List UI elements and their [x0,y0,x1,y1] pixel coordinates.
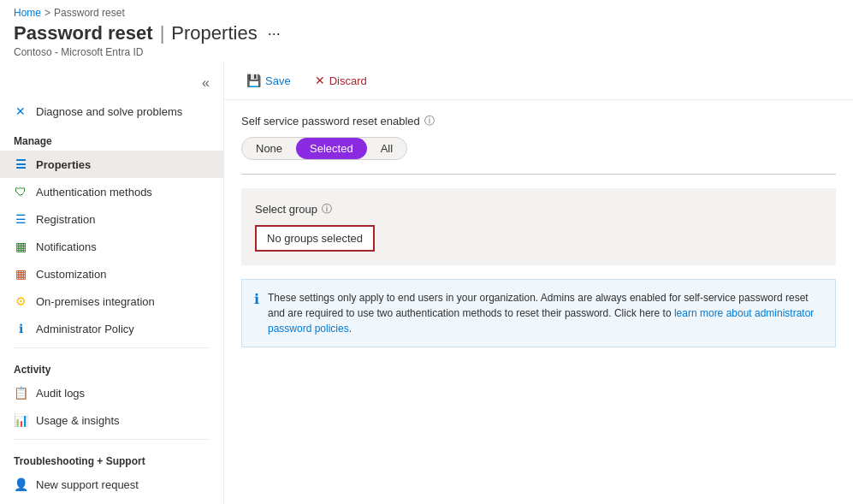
sidebar-on-premises-label: On-premises integration [36,295,155,308]
sidebar-divider-activity [14,347,210,348]
no-groups-text: No groups selected [267,232,363,245]
info-box: ℹ These settings only apply to end users… [241,279,836,347]
sidebar-item-notifications[interactable]: ▦ Notifications [0,233,223,260]
audit-logs-icon: 📋 [14,386,27,400]
save-icon: 💾 [246,74,261,87]
sspr-toggle-group: None Selected All [241,137,407,160]
breadcrumb: Home > Password reset [14,7,839,19]
sidebar-item-admin-policy[interactable]: ℹ Administrator Policy [0,315,223,342]
auth-methods-icon: 🛡 [14,185,27,199]
content-area: 💾 Save ✕ Discard Self service password r… [224,62,853,504]
sspr-info-icon[interactable]: ⓘ [424,114,435,128]
sidebar-usage-insights-label: Usage & insights [36,414,120,427]
sidebar-item-on-premises[interactable]: ⚙ On-premises integration [0,288,223,315]
sidebar-audit-logs-label: Audit logs [36,387,85,400]
customization-icon: ▦ [14,267,27,281]
sidebar-item-auth-methods[interactable]: 🛡 Authentication methods [0,178,223,205]
sidebar-section-troubleshooting: Troubleshooting + Support [0,445,223,471]
sidebar-notifications-label: Notifications [36,240,97,253]
page-org-name: Contoso - Microsoft Entra ID [14,46,839,58]
page-title-text: Password reset [14,22,153,44]
sidebar-item-customization[interactable]: ▦ Customization [0,260,223,288]
diagnose-icon: ✕ [14,104,27,118]
page-title: Password reset | Properties ··· [14,22,284,44]
discard-label: Discard [329,74,367,87]
discard-button[interactable]: ✕ Discard [310,70,372,91]
sidebar-collapse-button[interactable]: « [195,72,216,94]
sidebar-item-diagnose[interactable]: ✕ Diagnose and solve problems [0,98,223,125]
toggle-all[interactable]: All [367,138,406,159]
sidebar-customization-label: Customization [36,268,106,281]
select-group-section: Select group ⓘ No groups selected [241,188,836,265]
sidebar-auth-methods-label: Authentication methods [36,186,152,199]
sidebar-section-activity: Activity [0,353,223,379]
sidebar-admin-policy-label: Administrator Policy [36,323,134,335]
no-groups-box: No groups selected [255,225,375,252]
toggle-selected[interactable]: Selected [296,138,367,159]
info-box-text: These settings only apply to end users i… [268,290,823,336]
page-title-divider: | [160,22,165,44]
sidebar-properties-label: Properties [36,158,91,171]
registration-icon: ☰ [14,212,27,226]
top-bar: Home > Password reset Password reset | P… [0,0,853,62]
page-ellipsis-button[interactable]: ··· [264,23,284,44]
sidebar-section-manage: Manage [0,125,223,151]
sidebar-divider-support [14,439,210,440]
on-premises-icon: ⚙ [14,294,27,308]
sidebar: « ✕ Diagnose and solve problems Manage ☰… [0,62,224,504]
notifications-icon: ▦ [14,240,27,253]
usage-insights-icon: 📊 [14,413,27,427]
main-layout: « ✕ Diagnose and solve problems Manage ☰… [0,62,853,504]
info-box-icon: ℹ [254,291,259,336]
sspr-label-text: Self service password reset enabled [241,115,420,127]
page-title-subtitle: Properties [171,22,257,44]
breadcrumb-separator: > [44,7,50,19]
discard-icon: ✕ [315,74,325,87]
sidebar-item-audit-logs[interactable]: 📋 Audit logs [0,379,223,406]
breadcrumb-home[interactable]: Home [14,7,41,19]
toolbar: 💾 Save ✕ Discard [224,62,853,100]
save-button[interactable]: 💾 Save [241,70,296,91]
sidebar-item-usage-insights[interactable]: 📊 Usage & insights [0,406,223,434]
select-group-label: Select group ⓘ [255,202,822,216]
new-support-icon: 👤 [14,477,27,491]
sidebar-diagnose-label: Diagnose and solve problems [36,105,182,118]
sidebar-new-support-label: New support request [36,478,139,491]
content-body: Self service password reset enabled ⓘ No… [224,100,853,361]
sidebar-item-new-support[interactable]: 👤 New support request [0,471,223,498]
sidebar-item-properties[interactable]: ☰ Properties [0,151,223,178]
sidebar-item-registration[interactable]: ☰ Registration [0,205,223,233]
sidebar-registration-label: Registration [36,213,95,226]
select-group-info-icon[interactable]: ⓘ [322,202,332,216]
sspr-field-label: Self service password reset enabled ⓘ [241,114,836,128]
toggle-none[interactable]: None [242,138,296,159]
breadcrumb-current: Password reset [54,7,125,19]
properties-icon: ☰ [14,157,27,171]
admin-policy-icon: ℹ [14,322,27,335]
select-group-label-text: Select group [255,203,317,216]
save-label: Save [265,74,291,87]
info-link[interactable]: learn more about administrator password … [268,307,814,335]
section-divider [241,174,836,175]
